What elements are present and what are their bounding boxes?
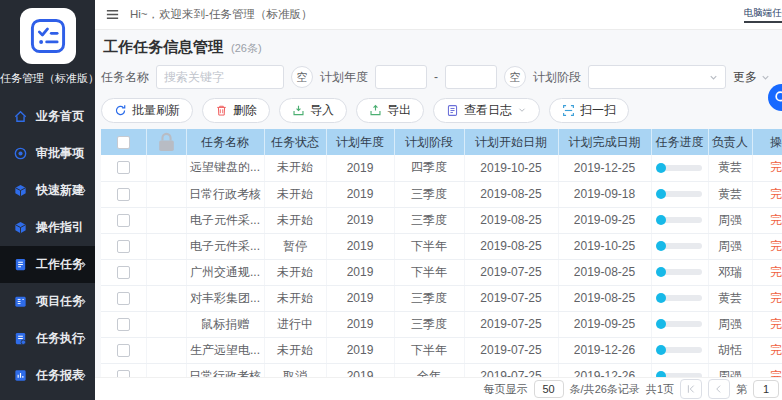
table-row: 日常行政考核未开始2019三季度2019-08-252019-09-18黄芸完成	[101, 181, 782, 207]
row-lock-cell	[146, 337, 186, 363]
chevron-down-icon	[760, 72, 771, 83]
row-select-cell	[101, 259, 146, 285]
complete-action-link[interactable]: 完成	[770, 317, 782, 331]
sidebar-item-work-task[interactable]: 工作任务	[0, 246, 95, 283]
sidebar-item-task-report[interactable]: 任务报表	[0, 357, 95, 394]
progress-handle[interactable]	[656, 267, 666, 277]
export-button[interactable]: 导出	[356, 98, 424, 123]
progress-handle[interactable]	[656, 345, 666, 355]
table-row: 远望键盘的...未开始2019四季度2019-10-252019-12-25黄芸…	[101, 155, 782, 181]
view-log-button[interactable]: 查看日志	[433, 98, 540, 123]
chevron-down-icon	[708, 72, 719, 83]
table-row: 广州交通规...未开始2019下半年2019-07-252019-08-25邓瑞…	[101, 259, 782, 285]
row-checkbox[interactable]	[117, 214, 130, 227]
task-name-input[interactable]	[156, 65, 284, 89]
topbar-right-tab[interactable]: 电脑端任务管理	[744, 7, 782, 20]
plan-year-to-input[interactable]	[445, 65, 497, 89]
task-name-cell: 电子元件采...	[186, 233, 264, 259]
plan-year-cell: 2019	[326, 207, 394, 233]
action-cell: 完成	[752, 181, 782, 207]
row-select-cell	[101, 311, 146, 337]
sidebar-item-project-task[interactable]: 项目任务	[0, 283, 95, 320]
row-checkbox[interactable]	[117, 266, 130, 279]
row-checkbox[interactable]	[117, 344, 130, 357]
complete-action-link[interactable]: 完成	[770, 265, 782, 279]
approval-icon	[13, 146, 28, 161]
task-name-cell: 生产远望电...	[186, 337, 264, 363]
clear-task-name-button[interactable]: 空	[291, 66, 313, 88]
plan-year-cell: 2019	[326, 311, 394, 337]
row-select-cell	[101, 337, 146, 363]
page-number-input[interactable]	[753, 380, 779, 398]
row-checkbox[interactable]	[117, 318, 130, 331]
progress-track	[658, 165, 702, 171]
start-date-cell: 2019-07-25	[464, 337, 558, 363]
screen: 任务管理（标准版） 业务首页审批事项快速新建操作指引工作任务项目任务任务执行任务…	[0, 0, 782, 400]
start-date-cell: 2019-08-25	[464, 233, 558, 259]
row-checkbox[interactable]	[117, 161, 130, 174]
sidebar-item-quick-new[interactable]: 快速新建	[0, 172, 95, 209]
import-button[interactable]: 导入	[279, 98, 347, 123]
task-status-cell: 进行中	[264, 311, 326, 337]
row-checkbox[interactable]	[117, 292, 130, 305]
sidebar-item-guide[interactable]: 操作指引	[0, 209, 95, 246]
progress-track	[658, 217, 702, 223]
main-area: Hi~，欢迎来到-任务管理（标准版） 电脑端任务管理 工作任务信息管理 (26条…	[95, 0, 782, 400]
plan-year-label: 计划年度	[320, 69, 368, 86]
progress-handle[interactable]	[656, 241, 666, 251]
row-lock-cell	[146, 259, 186, 285]
sidebar-item-label: 审批事项	[36, 145, 84, 162]
end-date-cell: 2019-09-25	[558, 311, 651, 337]
plan-phase-cell: 三季度	[394, 285, 464, 311]
plan-year-cell: 2019	[326, 155, 394, 181]
progress-handle[interactable]	[656, 189, 666, 199]
plan-phase-select[interactable]	[588, 65, 726, 89]
toolbar-button-label: 查看日志	[464, 102, 512, 119]
action-cell: 完成	[752, 285, 782, 311]
complete-action-link[interactable]: 完成	[770, 160, 782, 174]
select-all-header	[101, 129, 146, 155]
task-name-cell: 电子元件采...	[186, 207, 264, 233]
complete-action-link[interactable]: 完成	[770, 291, 782, 305]
owner-cell: 邓瑞	[708, 259, 752, 285]
sidebar-item-task-exec[interactable]: 任务执行	[0, 320, 95, 357]
batch-refresh-button[interactable]: 批量刷新	[101, 98, 193, 123]
page-head: 工作任务信息管理 (26条)	[103, 38, 782, 58]
hamburger-menu-icon[interactable]	[105, 7, 120, 22]
table-row: 对丰彩集团...未开始2019三季度2019-07-252019-08-25黄芸…	[101, 285, 782, 311]
task-name-cell: 远望键盘的...	[186, 155, 264, 181]
page-size-input[interactable]	[534, 380, 564, 398]
plan-year-from-input[interactable]	[375, 65, 427, 89]
complete-action-link[interactable]: 完成	[770, 239, 782, 253]
action-cell: 完成	[752, 207, 782, 233]
sidebar-item-home[interactable]: 业务首页	[0, 98, 95, 135]
sidebar-item-label: 任务报表	[36, 367, 84, 384]
clear-plan-year-button[interactable]: 空	[504, 66, 526, 88]
delete-button[interactable]: 删除	[202, 98, 270, 123]
row-select-cell	[101, 207, 146, 233]
row-checkbox[interactable]	[117, 188, 130, 201]
complete-action-link[interactable]: 完成	[770, 187, 782, 201]
sidebar-item-approval[interactable]: 审批事项	[0, 135, 95, 172]
select-all-checkbox[interactable]	[117, 136, 130, 149]
prev-page-button[interactable]	[708, 379, 730, 399]
toolbar-button-label: 导入	[310, 102, 334, 119]
complete-action-link[interactable]: 完成	[770, 343, 782, 357]
row-checkbox[interactable]	[117, 240, 130, 253]
progress-handle[interactable]	[656, 319, 666, 329]
row-select-cell	[101, 181, 146, 207]
column-header: 计划年度	[326, 129, 394, 155]
home-icon	[13, 109, 28, 124]
more-filters-button[interactable]: 更多	[733, 69, 771, 86]
scan-button[interactable]: 扫一扫	[549, 98, 629, 123]
plan-year-cell: 2019	[326, 259, 394, 285]
row-lock-cell	[146, 233, 186, 259]
progress-handle[interactable]	[656, 293, 666, 303]
end-date-cell: 2019-10-25	[558, 233, 651, 259]
chevron-right-icon	[79, 334, 88, 343]
progress-handle[interactable]	[656, 163, 666, 173]
first-page-button[interactable]	[680, 379, 702, 399]
complete-action-link[interactable]: 完成	[770, 213, 782, 227]
progress-handle[interactable]	[656, 215, 666, 225]
record-count-badge: (26条)	[231, 41, 262, 56]
